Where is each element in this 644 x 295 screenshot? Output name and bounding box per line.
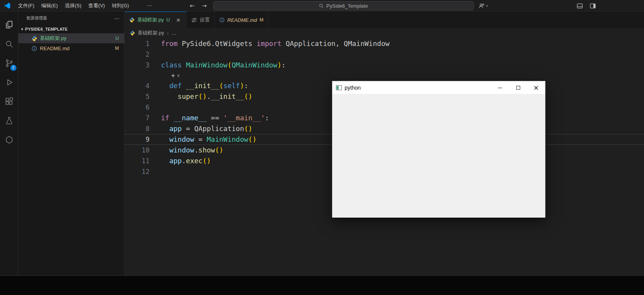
- menu-item[interactable]: 查看(V): [85, 2, 108, 10]
- file-name: 基础框架.py: [40, 35, 66, 42]
- close-icon[interactable]: ×: [175, 17, 182, 23]
- explorer-sidebar: 资源管理器 ⋯ ∨ PYSIDE6_TEMPLATE 基础框架.py U: [18, 11, 125, 275]
- menu-item[interactable]: 转到(G): [108, 2, 133, 10]
- tab-label: 基础框架.py: [137, 16, 164, 23]
- close-icon[interactable]: ×: [527, 81, 545, 94]
- tab-bar: 基础框架.py U × 设置: [125, 11, 644, 28]
- maximize-icon[interactable]: [509, 81, 527, 94]
- info-file-icon: [219, 17, 225, 23]
- inline-chat-hint-row[interactable]: ∨: [125, 70, 644, 80]
- code-text: [161, 49, 644, 60]
- line-number[interactable]: 1: [125, 38, 161, 49]
- line-number[interactable]: 3: [125, 60, 161, 70]
- line-number[interactable]: 12: [125, 166, 161, 177]
- line-number[interactable]: 8: [125, 123, 161, 134]
- line-number[interactable]: [125, 70, 161, 80]
- search-icon: [319, 3, 324, 8]
- line-number[interactable]: 5: [125, 91, 161, 102]
- breadcrumb-more[interactable]: …: [172, 30, 177, 36]
- minimize-icon[interactable]: —: [491, 81, 509, 94]
- tab-readme[interactable]: README.md M: [215, 11, 268, 28]
- code-text: from PySide6.QtWidgets import QApplicati…: [161, 38, 644, 49]
- breadcrumb: 基础框架.py › …: [125, 28, 644, 38]
- chevron-down-icon[interactable]: ∨: [177, 70, 180, 80]
- code-text: class MainWindow(QMainWindow):: [161, 60, 644, 70]
- line-number[interactable]: 2: [125, 49, 161, 60]
- chevron-down-icon: ∨: [21, 27, 23, 31]
- nav-forward-icon[interactable]: →: [199, 1, 209, 10]
- command-center-search[interactable]: PySide6_Template: [213, 1, 474, 10]
- file-row-readme[interactable]: README.md M: [18, 43, 124, 53]
- python-file-icon: [130, 31, 135, 36]
- python-window-titlebar[interactable]: python — ×: [332, 81, 545, 94]
- command-center-text: PySide6_Template: [326, 3, 368, 9]
- menu-more-icon[interactable]: ⋯: [145, 1, 154, 10]
- menu-item[interactable]: 编辑(E): [38, 2, 61, 10]
- line-number[interactable]: 4: [125, 80, 161, 91]
- bottom-strip: [0, 275, 644, 295]
- folder-section-header[interactable]: ∨ PYSIDE6_TEMPLATE: [18, 25, 124, 33]
- extensions-icon[interactable]: [0, 92, 18, 111]
- python-file-icon: [31, 36, 37, 41]
- settings-sliders-icon: [191, 17, 197, 23]
- tab-settings[interactable]: 设置: [187, 11, 215, 28]
- search-view-icon[interactable]: [0, 34, 18, 54]
- toggle-panel-layout-icon[interactable]: [577, 1, 583, 10]
- source-control-badge: 2: [10, 65, 16, 71]
- accounts-profile-icon[interactable]: ∨: [478, 1, 488, 10]
- line-number[interactable]: 10: [125, 145, 161, 156]
- tab-git-badge: M: [260, 17, 263, 23]
- line-number[interactable]: 9: [125, 134, 161, 145]
- testing-beaker-icon[interactable]: [0, 111, 18, 130]
- code-line[interactable]: 1from PySide6.QtWidgets import QApplicat…: [125, 38, 644, 49]
- explorer-icon[interactable]: [0, 15, 18, 34]
- vscode-logo-icon: [4, 2, 11, 9]
- file-row-python[interactable]: 基础框架.py U: [18, 33, 124, 43]
- python-window-icon: [336, 85, 342, 91]
- sidebar-title: 资源管理器: [26, 15, 47, 21]
- line-number[interactable]: 6: [125, 102, 161, 113]
- menu-item[interactable]: 文件(F): [15, 2, 38, 10]
- tab-python-file[interactable]: 基础框架.py U ×: [125, 11, 187, 28]
- title-bar: 文件(F)编辑(E)选择(S)查看(V)转到(G) ⋯ ← → PySide6_…: [0, 0, 644, 11]
- vscode-window: 文件(F)编辑(E)选择(S)查看(V)转到(G) ⋯ ← → PySide6_…: [0, 0, 644, 275]
- nav-back-icon[interactable]: ←: [187, 1, 197, 10]
- python-window-title: python: [345, 85, 361, 91]
- git-status-badge: M: [115, 46, 119, 51]
- activity-bar: 2: [0, 11, 18, 275]
- info-file-icon: [31, 46, 37, 51]
- source-control-icon[interactable]: 2: [0, 54, 18, 73]
- line-number[interactable]: 11: [125, 156, 161, 166]
- sidebar-more-actions-icon[interactable]: ⋯: [114, 15, 120, 21]
- git-status-badge: U: [115, 36, 119, 41]
- menu-bar: 文件(F)编辑(E)选择(S)查看(V)转到(G): [15, 0, 132, 11]
- tab-label: 设置: [200, 16, 210, 23]
- breadcrumb-chevron-icon: ›: [167, 30, 169, 36]
- customize-layout-icon[interactable]: [590, 1, 596, 10]
- python-window-client-area: [332, 94, 545, 218]
- copilot-sparkle-icon[interactable]: [171, 73, 176, 78]
- run-debug-icon[interactable]: [0, 73, 18, 92]
- tab-git-badge: U: [166, 17, 170, 23]
- hexagon-extension-icon[interactable]: [0, 130, 18, 149]
- line-number[interactable]: 7: [125, 113, 161, 123]
- tab-label: README.md: [227, 17, 257, 23]
- folder-section-label: PYSIDE6_TEMPLATE: [25, 27, 67, 31]
- code-text: ∨: [161, 70, 644, 80]
- code-line[interactable]: 2: [125, 49, 644, 60]
- file-name: README.md: [40, 46, 69, 51]
- python-file-icon: [129, 17, 135, 23]
- python-app-window[interactable]: python — ×: [332, 81, 545, 218]
- code-line[interactable]: 3class MainWindow(QMainWindow):: [125, 60, 644, 70]
- menu-item[interactable]: 选择(S): [61, 2, 85, 10]
- breadcrumb-file[interactable]: 基础框架.py: [138, 30, 164, 36]
